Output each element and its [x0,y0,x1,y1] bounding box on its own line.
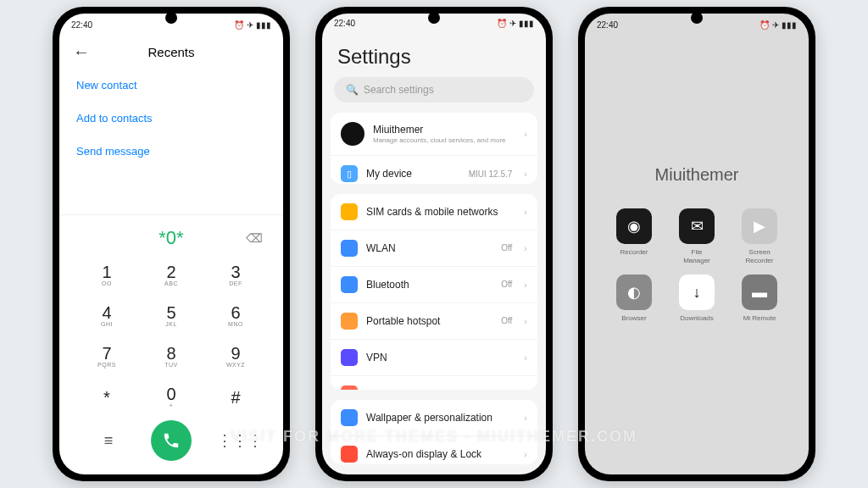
row-value: Off [501,243,512,252]
row-label: Wallpaper & personalization [366,412,515,424]
search-icon: 🔍 [346,84,359,96]
app-icon: ✉ [679,208,715,244]
dialpad-toggle-icon[interactable]: ⋮⋮⋮ [217,431,251,450]
key-letters: GHI [101,321,113,327]
app-icon: ↓ [679,274,715,310]
key-digit: # [231,388,240,408]
key-5[interactable]: 5JKL [139,295,203,336]
phone-homescreen: 22:40 ⏰ ✈ ▮▮▮ Miuithemer ◉Recorder✉File … [578,7,815,481]
row-label: Always-on display & Lock [366,448,515,460]
key-letters: PQRS [97,362,116,368]
chevron-right-icon: › [524,352,527,363]
chevron-right-icon: › [524,243,527,253]
app-mi-remote[interactable]: ▬Mi Remote [740,274,779,323]
key-6[interactable]: 6MNO [203,295,268,336]
row-icon [341,276,358,293]
phone-dialer: 22:40 ⏰ ✈ ▮▮▮ ← Recents New contact Add … [53,7,290,481]
settings-row[interactable]: SIM cards & mobile networks› [331,194,537,230]
key-digit: 8 [166,344,175,363]
key-1[interactable]: 1OO [75,254,139,295]
key-9[interactable]: 9WXYZ [203,336,268,376]
key-7[interactable]: 7PQRS [75,336,139,376]
settings-row[interactable]: Wallpaper & personalization› [331,400,537,435]
call-button[interactable] [151,420,192,461]
chevron-right-icon: › [524,389,527,390]
call-options: New contact Add to contacts Send message [59,69,283,168]
menu-icon[interactable]: ≡ [92,432,125,450]
row-value: MIUI 12.5.7 [469,169,513,179]
add-to-contacts-link[interactable]: Add to contacts [76,102,266,135]
settings-title: Settings [322,33,546,77]
settings-row[interactable]: Always-on display & Lock› [331,435,537,464]
app-label: Recorder [620,248,648,257]
row-value: Off [501,316,512,325]
account-row[interactable]: Miuithemer Manage accounts, cloud servic… [331,113,537,155]
clock: 22:40 [71,20,92,30]
key-*[interactable]: * [75,376,139,417]
avatar [341,122,364,146]
key-3[interactable]: 3DEF [203,254,268,295]
chevron-right-icon: › [524,413,527,423]
key-letters: DEF [229,280,242,286]
app-icon: ◐ [616,274,652,310]
key-letters: ABC [164,280,178,286]
row-label: Bluetooth [366,279,492,291]
row-icon [341,385,358,390]
search-input[interactable]: 🔍 Search settings [334,77,534,103]
search-placeholder: Search settings [364,84,434,96]
key-8[interactable]: 8TUV [139,336,203,376]
app-screen-recorder[interactable]: ▶Screen Recorder [740,208,779,264]
settings-row[interactable]: Connection & sharing› [331,375,537,390]
key-digit: 3 [231,263,240,282]
key-digit: 6 [231,303,240,323]
chevron-right-icon: › [524,129,527,139]
backspace-icon[interactable]: ⌫ [246,231,263,245]
row-label: WLAN [366,242,492,254]
row-value: Off [501,280,512,289]
key-#[interactable]: # [203,376,268,417]
key-digit: 9 [231,344,240,363]
app-label: File Manager [677,248,716,264]
app-label: Downloads [680,314,714,323]
key-letters: TUV [164,362,178,368]
account-sub: Manage accounts, cloud services, and mor… [373,136,515,144]
settings-row[interactable]: Portable hotspotOff› [331,302,537,339]
settings-row[interactable]: BluetoothOff› [331,266,537,302]
key-digit: 0 [166,385,175,404]
key-letters: OO [102,280,112,286]
send-message-link[interactable]: Send message [76,135,266,168]
row-icon [341,240,358,257]
clock: 22:40 [334,19,355,28]
keypad: 1OO2ABC3DEF4GHI5JKL6MNO7PQRS8TUV9WXYZ*0+… [75,254,268,417]
clock: 22:40 [597,20,618,30]
back-icon[interactable]: ← [73,42,90,62]
key-letters: WXYZ [226,362,245,368]
status-icons: ⏰ ✈ ▮▮▮ [760,20,797,30]
key-digit: * [103,388,110,408]
app-downloads[interactable]: ↓Downloads [677,274,716,323]
account-group: Miuithemer Manage accounts, cloud servic… [331,113,537,184]
row-icon [341,409,358,426]
key-0[interactable]: 0+ [139,376,203,417]
key-2[interactable]: 2ABC [139,254,203,295]
new-contact-link[interactable]: New contact [76,69,266,102]
row-label: Portable hotspot [366,315,492,327]
my-device-row[interactable]: ▯ My device MIUI 12.5.7 › [331,155,537,184]
key-letters: JKL [165,321,177,327]
settings-row[interactable]: VPN› [331,339,537,375]
app-browser[interactable]: ◐Browser [615,274,654,323]
app-label: Browser [621,314,646,323]
display-group: Wallpaper & personalization›Always-on di… [331,400,537,464]
row-label: SIM cards & mobile networks [366,206,515,218]
phone-settings: 22:40 ⏰ ✈ ▮▮▮ Settings 🔍 Search settings… [315,7,553,481]
app-file-manager[interactable]: ✉File Manager [677,208,716,264]
app-recorder[interactable]: ◉Recorder [615,208,654,264]
settings-row[interactable]: WLANOff› [331,230,537,266]
chevron-right-icon: › [524,316,527,326]
key-4[interactable]: 4GHI [75,295,139,336]
chevron-right-icon: › [524,449,527,459]
page-title: Recents [147,45,194,59]
row-icon [341,203,358,220]
chevron-right-icon: › [524,207,527,217]
row-label: VPN [366,352,515,363]
